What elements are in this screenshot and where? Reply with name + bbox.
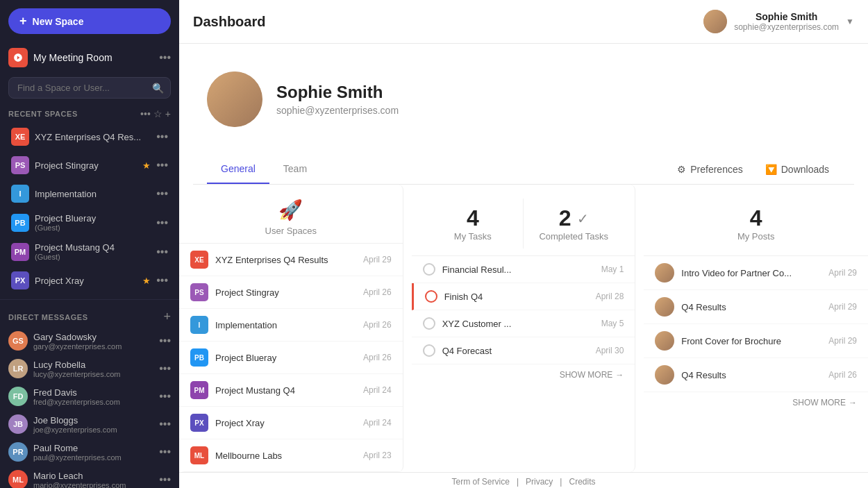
post-item-0[interactable]: Intro Video for Partner Co... April 29: [644, 256, 868, 290]
space-list-item-5[interactable]: PX Project Xray April 24: [179, 407, 403, 439]
space-options-px[interactable]: •••: [156, 274, 168, 287]
my-tasks-count-section: 4 My Tasks: [423, 199, 523, 249]
dm-item-fd[interactable]: FD Fred Davis fred@xyzenterprises.com ••…: [0, 382, 179, 410]
post-item-3[interactable]: Q4 Results April 26: [644, 358, 868, 392]
downloads-button[interactable]: 🔽 Downloads: [754, 158, 840, 180]
recent-spaces-header: RECENT SPACES ••• ☆ +: [0, 103, 179, 122]
space-list-item-0[interactable]: XE XYZ Enterprises Q4 Results April 29: [179, 244, 403, 276]
space-icon-xe: XE: [11, 128, 29, 146]
space-text-impl: Implementation: [35, 189, 151, 199]
task-item-2[interactable]: XYZ Customer ... May 5: [412, 310, 635, 337]
direct-messages-header: DIRECT MESSAGES +: [0, 304, 179, 327]
preferences-button[interactable]: ⚙ Preferences: [666, 158, 753, 180]
dm-options-gs[interactable]: •••: [159, 335, 171, 347]
sidebar-item-pm[interactable]: PM Project Mustang Q4 (Guest) •••: [3, 237, 176, 266]
user-spaces-label: User Spaces: [190, 226, 392, 236]
recent-spaces-actions: ••• ☆ +: [140, 108, 171, 119]
arrow-right-icon: →: [615, 370, 624, 380]
tabs-content: 🚀 User Spaces XE XYZ Enterprises Q4 Resu…: [179, 185, 868, 472]
task-name-3: Q4 Forecast: [442, 346, 589, 356]
dm-avatar-gs: GS: [8, 331, 28, 351]
dm-options-ml[interactable]: •••: [159, 473, 171, 486]
space-list-item-6[interactable]: ML Mellbourne Labs April 23: [179, 439, 403, 472]
sidebar: + New Space My Meeting Room ••• 🔍 RECENT…: [0, 0, 179, 488]
space-options-pm[interactable]: •••: [156, 246, 168, 258]
sl-date-1: April 26: [363, 287, 392, 297]
dm-info-ml: Mario Leach mario@xyzenterprises.com: [33, 471, 153, 489]
dm-item-ml[interactable]: ML Mario Leach mario@xyzenterprises.com …: [0, 466, 179, 488]
space-options-xe[interactable]: •••: [156, 131, 168, 143]
post-date-1: April 29: [828, 302, 857, 312]
my-posts-count-section: 4 My Posts: [655, 199, 857, 249]
new-space-button[interactable]: + New Space: [8, 8, 171, 34]
space-list-item-3[interactable]: PB Project Blueray April 26: [179, 342, 403, 374]
space-options-impl[interactable]: •••: [156, 187, 168, 200]
my-posts-panel: 4 My Posts Intro Video for Partner Co...…: [644, 185, 868, 472]
sidebar-item-xe[interactable]: XE XYZ Enterprises Q4 Res... •••: [3, 123, 176, 151]
dm-email-jb: joe@xyzenterprises.com: [33, 426, 153, 434]
gear-icon: ⚙: [677, 164, 686, 175]
tab-team[interactable]: Team: [269, 155, 321, 184]
main-content: Dashboard Sophie Smith sophie@xyzenterpr…: [179, 0, 868, 488]
sidebar-item-px[interactable]: PX Project Xray ★ •••: [3, 267, 176, 294]
space-list-item-1[interactable]: PS Project Stingray April 26: [179, 276, 403, 309]
tasks-show-more[interactable]: SHOW MORE →: [412, 364, 635, 385]
sl-name-5: Project Xray: [215, 418, 356, 428]
user-spaces-header: 🚀 User Spaces: [179, 185, 403, 244]
space-icon-pm: PM: [11, 243, 29, 261]
my-meeting-room-item[interactable]: My Meeting Room •••: [0, 42, 179, 73]
sl-icon-2: I: [190, 316, 208, 334]
credits-link[interactable]: Credits: [569, 477, 595, 487]
privacy-link[interactable]: Privacy: [526, 477, 553, 487]
recent-spaces-more-button[interactable]: •••: [140, 108, 151, 119]
space-options-ps[interactable]: •••: [156, 159, 168, 171]
profile-header-wrapper: Sophie Smith sophie@xyzenterprises.com G…: [179, 44, 868, 185]
sidebar-item-ps[interactable]: PS Project Stingray ★ •••: [3, 151, 176, 179]
dm-options-fd[interactable]: •••: [159, 390, 171, 403]
dm-avatar-fd: FD: [8, 387, 28, 406]
direct-messages-list: GS Gary Sadowsky gary@xyzenterprises.com…: [0, 327, 179, 488]
dm-item-pr[interactable]: PR Paul Rome paul@xyzenterprises.com •••: [0, 438, 179, 466]
recent-spaces-star-button[interactable]: ☆: [153, 108, 162, 119]
dm-item-jb[interactable]: JB Joe Bloggs joe@xyzenterprises.com •••: [0, 410, 179, 438]
dm-options-jb[interactable]: •••: [159, 418, 171, 430]
user-info-top: Sophie Smith sophie@xyzenterprises.com: [734, 11, 839, 32]
show-more-label: SHOW MORE: [560, 370, 613, 380]
dm-email-lr: lucy@xyzenterprises.com: [33, 370, 153, 378]
post-avatar-1: [655, 297, 674, 317]
direct-messages-add-button[interactable]: +: [163, 310, 171, 324]
terms-link[interactable]: Term of Service: [452, 477, 510, 487]
space-list-item-2[interactable]: I Implementation April 26: [179, 309, 403, 342]
task-item-3[interactable]: Q4 Forecast April 30: [412, 337, 635, 364]
tab-general[interactable]: General: [207, 155, 269, 184]
dm-options-lr[interactable]: •••: [159, 362, 171, 375]
dashboard-grid: 🚀 User Spaces XE XYZ Enterprises Q4 Resu…: [179, 185, 868, 472]
post-name-0: Intro Video for Partner Co...: [681, 268, 821, 278]
post-date-2: April 29: [828, 336, 857, 346]
user-profile-button[interactable]: Sophie Smith sophie@xyzenterprises.com ▼: [703, 10, 854, 33]
post-item-1[interactable]: Q4 Results April 29: [644, 290, 868, 324]
plus-icon: +: [19, 14, 27, 28]
dm-email-gs: gary@xyzenterprises.com: [33, 342, 153, 351]
star-icon-px: ★: [142, 276, 151, 286]
new-space-section: + New Space: [8, 8, 171, 34]
task-item-1[interactable]: Finish Q4 April 28: [412, 283, 635, 310]
dm-item-lr[interactable]: LR Lucy Robella lucy@xyzenterprises.com …: [0, 355, 179, 382]
search-input[interactable]: [8, 77, 171, 99]
dm-options-pr[interactable]: •••: [159, 446, 171, 458]
search-icon: 🔍: [152, 83, 164, 94]
profile-name: Sophie Smith: [276, 83, 399, 102]
dm-info-pr: Paul Rome paul@xyzenterprises.com: [33, 443, 153, 462]
space-list-item-4[interactable]: PM Project Mustang Q4 April 24: [179, 374, 403, 407]
dm-item-gs[interactable]: GS Gary Sadowsky gary@xyzenterprises.com…: [0, 327, 179, 355]
meeting-room-options-button[interactable]: •••: [159, 51, 171, 64]
posts-show-more[interactable]: SHOW MORE →: [644, 392, 868, 413]
task-circle-3: [423, 344, 435, 357]
sl-name-0: XYZ Enterprises Q4 Results: [215, 255, 356, 265]
sidebar-item-impl[interactable]: I Implementation •••: [3, 180, 176, 208]
space-options-pb[interactable]: •••: [156, 217, 168, 229]
post-item-2[interactable]: Front Cover for Brochure April 29: [644, 324, 868, 358]
task-item-0[interactable]: Financial Resul... May 1: [412, 256, 635, 283]
recent-spaces-add-button[interactable]: +: [165, 108, 171, 119]
sidebar-item-pb[interactable]: PB Project Blueray (Guest) •••: [3, 208, 176, 237]
